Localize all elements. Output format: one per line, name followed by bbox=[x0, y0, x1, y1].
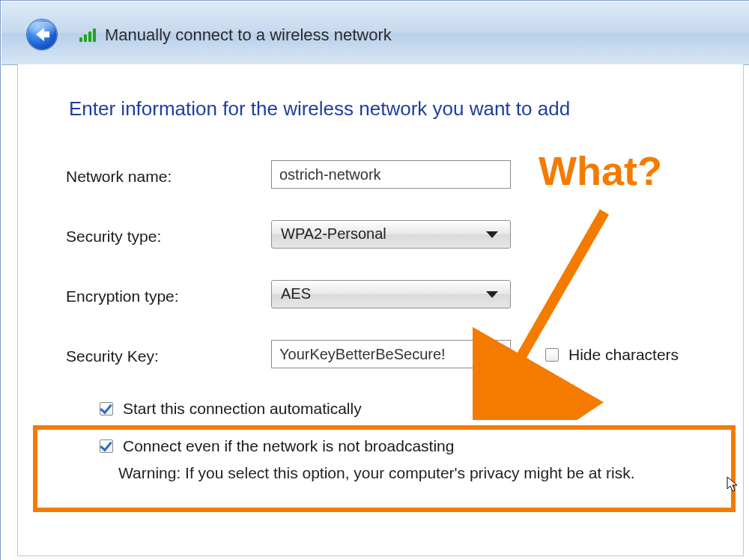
label-encryption-type: Encryption type: bbox=[66, 287, 179, 305]
window-title: Manually connect to a wireless network bbox=[105, 25, 392, 45]
hide-characters-row: Hide characters bbox=[542, 346, 679, 364]
start-auto-row: Start this connection automatically bbox=[97, 400, 362, 418]
security-type-select[interactable]: WPA2-Personal bbox=[271, 220, 511, 249]
encryption-type-value: AES bbox=[281, 285, 311, 302]
chevron-down-icon bbox=[486, 231, 498, 238]
page-heading: Enter information for the wireless netwo… bbox=[69, 97, 570, 121]
back-button[interactable] bbox=[27, 19, 57, 49]
security-key-input[interactable] bbox=[271, 340, 511, 368]
security-type-value: WPA2-Personal bbox=[281, 225, 386, 243]
arrow-left-icon bbox=[31, 25, 52, 43]
chevron-down-icon bbox=[486, 291, 498, 298]
start-auto-label: Start this connection automatically bbox=[123, 400, 362, 418]
label-network-name: Network name: bbox=[66, 168, 172, 186]
wizard-body: Enter information for the wireless netwo… bbox=[17, 64, 744, 556]
privacy-warning-text: Warning: If you select this option, your… bbox=[118, 464, 635, 482]
wireless-icon bbox=[79, 28, 99, 42]
connect-even-row: Connect even if the network is not broad… bbox=[97, 437, 454, 455]
label-security-key: Security Key: bbox=[66, 347, 159, 365]
start-auto-checkbox[interactable] bbox=[100, 402, 113, 416]
network-name-input[interactable] bbox=[271, 160, 511, 189]
label-security-type: Security type: bbox=[66, 228, 161, 246]
connect-even-label: Connect even if the network is not broad… bbox=[123, 437, 454, 455]
wizard-window: Manually connect to a wireless network E… bbox=[0, 0, 749, 560]
annotation-text: What? bbox=[539, 147, 662, 194]
mouse-cursor-icon bbox=[727, 476, 739, 493]
window-header: Manually connect to a wireless network bbox=[1, 1, 749, 65]
encryption-type-select[interactable]: AES bbox=[271, 280, 511, 308]
connect-even-checkbox[interactable] bbox=[100, 439, 113, 453]
hide-characters-checkbox[interactable] bbox=[545, 348, 559, 362]
hide-characters-label: Hide characters bbox=[568, 346, 679, 364]
